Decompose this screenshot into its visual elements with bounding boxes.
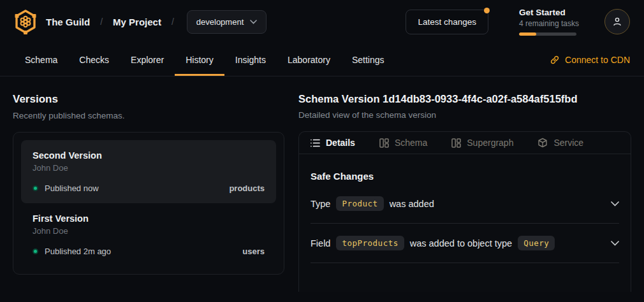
nav-tab-explorer[interactable]: Explorer [120,43,175,76]
schema-version-detail-box: Details Schema [298,131,631,292]
list-icon [311,139,320,147]
detail-tab-details[interactable]: Details [311,138,355,148]
breadcrumb-org[interactable]: The Guild [46,17,90,27]
version-name: Second Version [33,150,265,161]
chevron-down-icon [250,20,257,24]
breadcrumb-separator: / [170,17,175,27]
schema-version-title: Schema Version 1d14db83-0933-4f4c-a02f-a… [298,93,631,105]
app-header: The Guild / My Project / development Lat… [0,0,644,43]
change-suffix: was added [390,199,434,209]
connect-to-cdn-label: Connect to CDN [565,55,630,65]
environment-select[interactable]: development [187,10,267,34]
link-icon [550,55,560,65]
service-name: users [242,247,265,256]
get-started-progress-fill [519,32,536,36]
detail-tab-label: Supergraph [467,138,513,148]
detail-tab-label: Schema [395,138,427,148]
get-started-subtitle: 4 remaining tasks [519,19,578,28]
chevron-down-icon[interactable] [611,201,619,206]
versions-panel: Versions Recently published schemas. Sec… [13,76,284,275]
nav-tab-history[interactable]: History [175,43,224,76]
version-meta-row: Published 2m ago users [33,247,265,256]
change-middle: was added to object type [410,238,512,248]
cube-icon [538,138,548,148]
notification-dot [484,8,490,13]
detail-tabs: Details Schema [299,132,631,154]
columns-icon [379,138,389,148]
change-row-field-added[interactable]: Field topProducts was added to object ty… [311,224,619,263]
version-name: First Version [33,213,265,224]
version-author: John Doe [33,226,265,236]
versions-list: Second Version John Doe Published now pr… [13,132,284,275]
safe-changes-title: Safe Changes [311,171,619,182]
detail-tab-service[interactable]: Service [538,138,583,148]
nav-tab-insights[interactable]: Insights [224,43,277,76]
version-card-first[interactable]: First Version John Doe Published 2m ago … [21,203,276,266]
versions-title: Versions [13,93,284,106]
detail-content: Safe Changes Type Product was added Fiel… [299,154,631,263]
change-prefix: Type [311,199,330,209]
schema-version-panel: Schema Version 1d14db83-0933-4f4c-a02f-a… [298,76,631,292]
nav-tab-settings[interactable]: Settings [341,43,395,76]
change-row-type-added[interactable]: Type Product was added [311,184,619,224]
breadcrumb-separator: / [99,17,104,27]
main-nav: Schema Checks Explorer History Insights … [0,43,644,76]
versions-subtitle: Recently published schemas. [13,111,284,120]
detail-tab-schema[interactable]: Schema [379,138,427,148]
hive-logo-icon[interactable] [14,9,37,34]
user-avatar[interactable] [604,9,630,34]
version-author: John Doe [33,163,265,173]
detail-tab-label: Details [326,138,355,148]
schema-version-subtitle: Detailed view of the schema version [298,110,631,120]
version-meta-row: Published now products [33,183,265,193]
nav-tab-checks[interactable]: Checks [68,43,120,76]
breadcrumb-project[interactable]: My Project [113,17,161,27]
change-prefix: Field [311,238,330,248]
main-content: Versions Recently published schemas. Sec… [0,76,644,292]
latest-changes-button[interactable]: Latest changes [406,10,488,34]
chevron-down-icon[interactable] [611,241,619,246]
detail-tab-supergraph[interactable]: Supergraph [451,138,513,148]
published-label: Published now [45,183,99,193]
get-started-title: Get Started [519,8,578,17]
published-status-icon [33,185,38,191]
service-name: products [229,183,265,193]
code-chip: Query [518,236,555,250]
version-card-second[interactable]: Second Version John Doe Published now pr… [21,140,276,203]
published-label: Published 2m ago [45,247,111,256]
nav-tab-laboratory[interactable]: Laboratory [277,43,341,76]
code-chip: Product [336,196,383,211]
published-status-icon [33,248,38,254]
latest-changes-label: Latest changes [418,17,476,27]
user-icon [612,17,622,27]
columns-icon [451,138,461,148]
get-started-progress-track [519,32,576,36]
environment-select-value: development [196,17,244,27]
code-chip: topProducts [336,236,404,250]
get-started-widget[interactable]: Get Started 4 remaining tasks [519,8,578,36]
nav-tab-schema[interactable]: Schema [14,43,68,76]
detail-tab-label: Service [553,138,583,148]
connect-to-cdn-link[interactable]: Connect to CDN [550,43,630,76]
